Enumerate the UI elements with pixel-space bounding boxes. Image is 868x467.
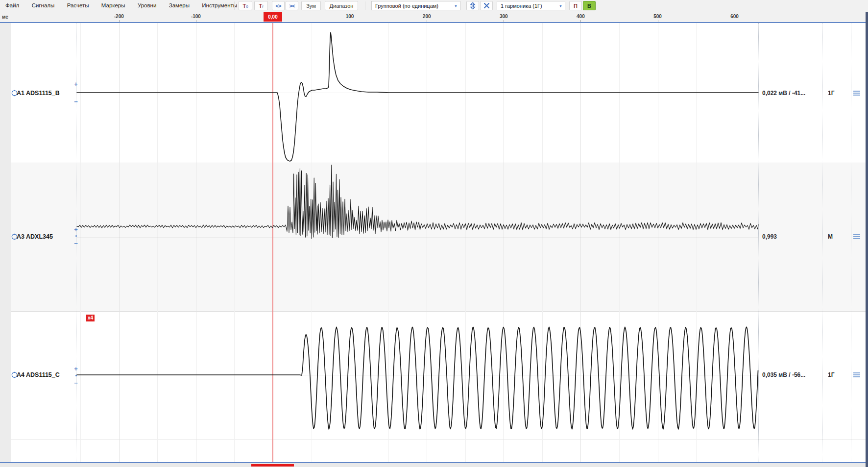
chevron-down-icon: ▼ [454,4,458,8]
p-toggle-label: П [574,3,578,9]
channel-a1-unit: 1Г [828,90,834,97]
menubar: Файл Сигналы Расчеты Маркеры Уровни Заме… [0,0,868,12]
a4-axis-dot [75,375,77,376]
channel-a1-menu-icon[interactable] [853,91,860,96]
channel-a1-value: 0,022 мВ / -41... [762,90,821,97]
right-edge-bar [866,12,868,467]
a3-scale-plus-button[interactable]: + [74,226,78,233]
vertical-gridline [580,23,581,462]
t0-label: T [242,3,246,9]
tf-label: T [259,3,263,9]
grid-layer [0,23,868,462]
collapse-button[interactable]: >< [286,1,298,10]
ruler-tick-label: 400 [577,14,585,19]
ruler-ticks: -200-100100200300400500600 [0,12,868,22]
menu-measurements[interactable]: Замеры [164,0,195,8]
channel-zero-line [77,238,758,238]
vertical-gridline [119,23,120,462]
vertical-gridline [658,23,658,462]
vertical-gridline [157,23,158,462]
v-toggle-button[interactable]: В [583,1,596,10]
vertical-gridline [427,23,427,462]
channel-a4-label: A4 ADS1115_C [17,371,60,378]
range-button-label: Диапазон [330,3,354,9]
channel-zero-line [77,375,758,375]
channel-a3-value: 0,993 [762,233,821,240]
ruler-tick-label: 500 [653,14,662,19]
v-toggle-label: В [587,3,591,9]
zoom-button-label: Зум [306,3,316,9]
channel-a4-unit: 1Г [828,371,834,378]
menu-tools[interactable]: Инструменты [196,0,242,8]
group-mode-combo[interactable]: Групповой (по единицам) ▼ [371,1,460,10]
vertical-gridline [504,23,504,462]
cursor-time-badge[interactable]: 0,00 [264,12,282,22]
vertical-gridline [312,23,312,462]
p-toggle-button[interactable]: П [569,1,582,10]
vertical-gridline [388,23,389,462]
toolbar-divider [234,1,235,10]
cursor-line[interactable] [272,23,273,462]
reset-scale-button[interactable] [480,1,493,10]
menu-levels[interactable]: Уровни [132,0,162,8]
toolbar-divider [365,1,365,10]
group-mode-value: Групповой (по единицам) [375,3,438,9]
autoscale-vertical-button[interactable] [466,1,479,10]
menu-markers[interactable]: Маркеры [96,0,131,8]
menu-calculations[interactable]: Расчеты [62,0,95,8]
channel-a3-label: A3 ADXL345 [17,233,53,240]
chevron-down-icon: ▼ [559,4,562,8]
a3-scale-minus-button[interactable]: − [74,240,78,246]
harmonic-value: 1 гармоника (1Г) [501,3,542,9]
channel-a4-menu-icon[interactable] [853,372,860,377]
harmonic-combo[interactable]: 1 гармоника (1Г) ▼ [497,1,565,10]
time-ruler[interactable]: мс -200-100100200300400500600 0,00 [0,12,868,22]
a3-axis-dot [75,235,77,237]
ruler-tick-label: 200 [423,14,431,19]
expand-button[interactable]: <> [272,1,285,10]
oscilloscope-app: Файл Сигналы Расчеты Маркеры Уровни Заме… [0,0,868,467]
ruler-tick-label: 100 [346,14,354,19]
channel-a3-menu-icon[interactable] [853,234,860,239]
channel-a1-label: A1 ADS1115_B [17,90,60,97]
channel-a4-value: 0,035 мВ / -56... [762,371,821,378]
footer-scrollbar[interactable] [0,463,868,467]
vertical-gridline [465,23,466,462]
x-icon [484,3,489,8]
footer-scroll-thumb[interactable] [251,464,294,467]
tf-sub: f [262,4,263,9]
vertical-gridline [350,23,350,462]
vertical-gridline [234,23,235,462]
channel-a3-unit: М [828,233,833,240]
ruler-tick-label: 300 [500,14,508,19]
ruler-tick-label: 600 [730,14,739,19]
vertical-gridline [696,23,697,462]
a4-multiplier-badge: x4 [86,315,95,321]
menu-file[interactable]: Файл [0,0,24,8]
ruler-tick-label: -100 [191,14,201,19]
vertical-gridline [542,23,543,462]
a4-scale-plus-button[interactable]: + [74,366,78,372]
channel-zero-line [77,93,758,93]
updown-arrow-icon [470,2,476,9]
dotted-separator [758,23,759,462]
a4-scale-minus-button[interactable]: − [74,380,78,386]
expand-icon: <> [276,3,281,9]
range-button[interactable]: Диапазон [325,1,358,10]
dotted-separator [822,23,822,462]
vertical-gridline [80,23,81,462]
dotted-separator [851,23,851,462]
a1-scale-minus-button[interactable]: − [74,98,78,105]
zoom-button[interactable]: Зум [301,1,321,10]
vertical-gridline [619,23,620,462]
menu-signals[interactable]: Сигналы [26,0,60,8]
vertical-gridline [735,23,735,462]
vertical-gridline [196,23,196,462]
ruler-tick-label: -200 [114,14,124,19]
t0-button[interactable]: T0 [239,1,252,10]
a1-scale-plus-button[interactable]: + [74,81,78,87]
collapse-icon: >< [289,3,295,9]
tf-button[interactable]: Tf [254,1,268,10]
t0-sub: 0 [246,4,248,9]
